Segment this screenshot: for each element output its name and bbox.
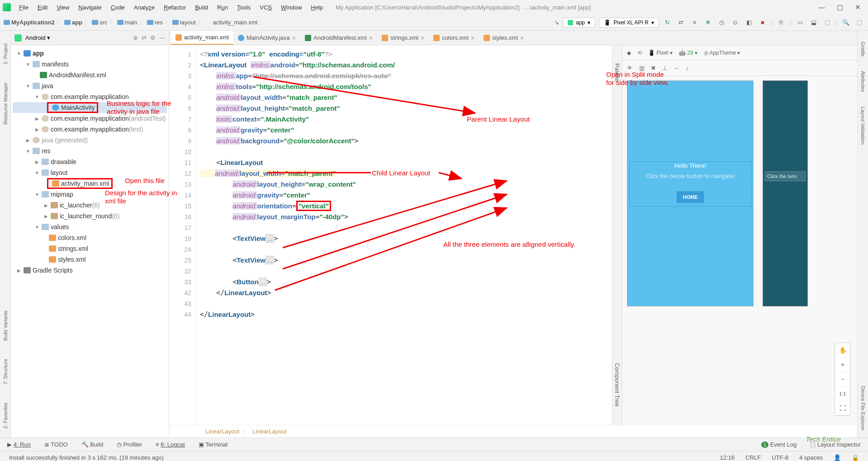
apply-changes-icon[interactable]: ⇄ <box>676 18 686 28</box>
minimize-button[interactable]: — <box>818 3 825 11</box>
sdk-icon[interactable]: ⬓ <box>809 18 819 28</box>
run-button[interactable]: ↻ <box>663 18 673 28</box>
tab-strings-xml[interactable]: strings.xml× <box>377 31 429 45</box>
toolwin-event-log[interactable]: 1 Event Log <box>761 441 797 448</box>
rail-resource-manager[interactable]: Resource Manager <box>3 82 8 125</box>
tab-colors-xml[interactable]: colors.xml× <box>429 31 479 45</box>
project-hide-icon[interactable]: — <box>159 34 165 41</box>
tree-pkg-test[interactable]: ▶com.example.myapplication (test) <box>13 124 167 135</box>
rail-attributes[interactable]: Attributes <box>860 71 866 92</box>
resource-manager-icon[interactable]: ⬚ <box>822 18 832 28</box>
menu-tools[interactable]: Tools <box>233 2 254 13</box>
crumb-res[interactable]: res <box>147 19 163 26</box>
orientation-icon[interactable]: ⟲ <box>637 50 642 56</box>
menu-refactor[interactable]: Refactor <box>160 2 190 13</box>
tree-ic-launcher-round[interactable]: ▶ic_launcher_round (6) <box>13 211 167 221</box>
tree-styles-xml[interactable]: styles.xml <box>13 254 167 265</box>
line-endings[interactable]: CRLF <box>745 454 761 461</box>
clear-constraints-icon[interactable]: ↔ <box>674 65 679 71</box>
api-select[interactable]: 🤖 29 ▾ <box>679 50 697 56</box>
rail-project[interactable]: 1: Project <box>3 43 8 64</box>
tree-values[interactable]: ▼values <box>13 221 167 232</box>
tree-app-module[interactable]: ▼app <box>13 48 167 59</box>
rail-device-file-explorer[interactable]: Device File Explorer <box>860 386 866 430</box>
tab-mainactivity-java[interactable]: MainActivity.java× <box>233 31 300 45</box>
crumb-src[interactable]: src <box>92 19 107 26</box>
tree-java-generated[interactable]: ▶java (generated) <box>13 135 167 146</box>
rail-gradle[interactable]: Gradle <box>860 42 866 56</box>
crumb-app[interactable]: app <box>64 19 82 26</box>
crumb-linearlayout-2[interactable]: LinearLayout <box>252 428 286 435</box>
crumb-file[interactable]: activity_main.xml <box>205 19 258 26</box>
file-encoding[interactable]: UTF-8 <box>772 454 788 461</box>
close-window-button[interactable]: ✕ <box>855 3 861 11</box>
tree-gradle-scripts[interactable]: ▶Gradle Scripts <box>13 265 167 276</box>
tree-manifest-file[interactable]: AndroidManifest.xml <box>13 70 167 80</box>
crumb-layout[interactable]: layout <box>172 19 196 26</box>
project-settings-icon[interactable]: ⚙ <box>150 34 156 41</box>
tree-ic-launcher[interactable]: ▶ic_launcher (6) <box>13 200 167 211</box>
code-editor[interactable]: <?xml version="1.0" encoding="utf-8"?> <… <box>196 45 612 425</box>
zoom-1to1-button[interactable]: 1:1 <box>835 386 850 401</box>
infer-constraints-icon[interactable]: ↕ <box>686 65 689 71</box>
rail-favorites[interactable]: 2: Favorites <box>3 403 8 428</box>
toolwin-logcat[interactable]: ≡ 6: Logcat <box>156 441 185 448</box>
menu-file[interactable]: File <box>15 2 32 13</box>
device-preview-dark[interactable]: Click the belo <box>763 80 808 306</box>
attach-debugger-icon[interactable]: ⊙ <box>730 18 740 28</box>
tab-styles-xml[interactable]: styles.xml× <box>479 31 528 45</box>
settings-icon[interactable]: ⬚ <box>854 18 864 28</box>
menu-window[interactable]: Window <box>277 2 305 13</box>
rail-build-variants[interactable]: Build Variants <box>3 310 8 341</box>
design-surface-icon[interactable]: ◆ <box>627 50 631 56</box>
crumb-linearlayout-1[interactable]: LinearLayout <box>205 428 239 435</box>
project-view-selector[interactable]: Android ▾ <box>25 34 50 41</box>
indent-info[interactable]: 4 spaces <box>799 454 823 461</box>
menu-analyze[interactable]: Analyze <box>130 2 158 13</box>
build-hammer-icon[interactable]: ↘ <box>554 19 559 26</box>
component-tree-toggle[interactable]: Component Tree <box>614 363 621 407</box>
avd-icon[interactable]: ▭ <box>795 18 805 28</box>
device-preview-light[interactable]: Hello There! Click the below button to n… <box>627 80 754 306</box>
tab-activity-main[interactable]: activity_main.xml <box>171 31 233 45</box>
tree-res[interactable]: ▼res <box>13 146 167 156</box>
project-expand-icon[interactable]: ⇄ <box>142 34 147 41</box>
search-everywhere-icon[interactable]: 🔍 <box>841 18 851 28</box>
tree-manifests[interactable]: ▼manifests <box>13 59 167 70</box>
menu-code[interactable]: Code <box>107 2 128 13</box>
zoom-out-button[interactable]: － <box>835 372 850 386</box>
menu-build[interactable]: Build <box>191 2 212 13</box>
maximize-button[interactable]: ▢ <box>837 3 843 11</box>
menu-vcs[interactable]: VCS <box>256 2 275 13</box>
tree-colors-xml[interactable]: colors.xml <box>13 232 167 243</box>
tree-java[interactable]: ▼java <box>13 80 167 91</box>
crumb-project[interactable]: MyApplication2 <box>4 19 55 26</box>
tab-android-manifest[interactable]: AndroidManifest.xml× <box>300 31 377 45</box>
device-select[interactable]: 📱 Pixel ▾ <box>648 50 673 56</box>
project-locate-icon[interactable]: ⊕ <box>133 34 138 41</box>
toolwin-profiler[interactable]: ◷ Profiler <box>117 441 142 448</box>
zoom-fit-button[interactable]: ⛶ <box>835 401 850 415</box>
rail-structure[interactable]: 7: Structure <box>3 359 8 385</box>
menu-edit[interactable]: Edit <box>34 2 51 13</box>
device-dropdown[interactable]: 📱Pixel XL API R▾ <box>599 18 659 28</box>
pan-icon[interactable]: ✋ <box>835 343 850 358</box>
rail-layout-validation[interactable]: Layout Validation <box>860 107 866 145</box>
caret-pos[interactable]: 12:16 <box>720 454 735 461</box>
stop-button[interactable]: ■ <box>758 18 768 28</box>
menu-view[interactable]: View <box>53 2 73 13</box>
toolwin-terminal[interactable]: ▣ Terminal <box>199 441 228 448</box>
vcs-icon[interactable]: ⎘ <box>776 18 786 28</box>
lock-icon[interactable]: 🔒 <box>852 454 859 461</box>
crumb-main[interactable]: main <box>117 19 138 26</box>
run-config-dropdown[interactable]: app▾ <box>563 18 595 28</box>
toolwin-run[interactable]: ▶ 4: Run <box>7 441 31 448</box>
menu-navigate[interactable]: Navigate <box>75 2 105 13</box>
profile-icon[interactable]: ◷ <box>717 18 727 28</box>
menu-help[interactable]: Help <box>307 2 327 13</box>
tree-strings-xml[interactable]: strings.xml <box>13 243 167 254</box>
theme-select[interactable]: ◎ AppTheme ▾ <box>704 50 740 56</box>
zoom-in-button[interactable]: ＋ <box>835 358 850 372</box>
coverage-icon[interactable]: ◧ <box>744 18 754 28</box>
toolwin-build[interactable]: 🔨 Build <box>81 441 104 448</box>
